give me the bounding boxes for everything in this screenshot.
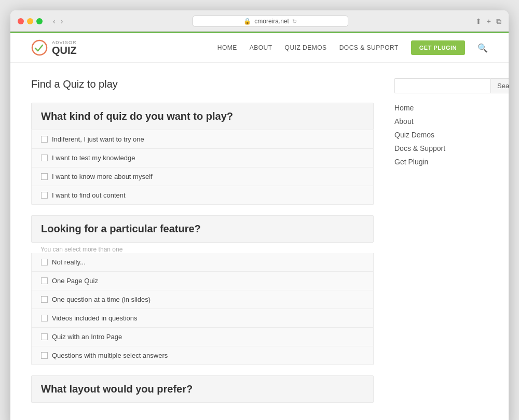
option-row[interactable]: Questions with multiple select answers xyxy=(31,346,374,365)
option-row[interactable]: Videos included in questions xyxy=(31,309,374,328)
logo-icon xyxy=(31,39,48,56)
checkbox-f2[interactable] xyxy=(41,277,48,284)
checkbox-f6[interactable] xyxy=(41,352,48,359)
back-button[interactable]: ‹ xyxy=(51,16,58,26)
sidebar-link-about[interactable]: About xyxy=(394,117,488,125)
quiz-section-feature: Looking for a particular feature? You ca… xyxy=(31,215,374,365)
checkbox-1[interactable] xyxy=(41,136,48,143)
quiz-section-layout: What layout would you prefer? xyxy=(31,375,374,403)
site-content: ADVISOR QUIZ HOME ABOUT QUIZ DEMOS DOCS … xyxy=(10,33,509,420)
url-bar-actions: ⬆ + ⧉ xyxy=(475,17,501,26)
sidebar-nav: Home About Quiz Demos Docs & Support Get… xyxy=(394,104,488,166)
checkbox-f5[interactable] xyxy=(41,333,48,340)
option-label-f1: Not really... xyxy=(52,258,86,266)
logo: ADVISOR QUIZ xyxy=(31,39,77,56)
page-title: Find a Quiz to play xyxy=(31,78,374,90)
browser-window: ‹ › 🔒 cmoreira.net ↻ ⬆ + ⧉ xyxy=(10,10,509,420)
browser-chrome: ‹ › 🔒 cmoreira.net ↻ ⬆ + ⧉ xyxy=(10,10,509,32)
option-label-f2: One Page Quiz xyxy=(52,277,98,285)
checkbox-4[interactable] xyxy=(41,192,48,199)
nav-quiz-demos[interactable]: QUIZ DEMOS xyxy=(285,44,327,51)
checkbox-f3[interactable] xyxy=(41,296,48,303)
option-row[interactable]: I want to find out content xyxy=(31,186,374,205)
option-row[interactable]: Indiferent, I just want to try one xyxy=(31,130,374,149)
nav-home[interactable]: HOME xyxy=(217,44,237,51)
option-label-2: I want to test my knowledge xyxy=(52,154,135,162)
checkbox-f1[interactable] xyxy=(41,259,48,265)
minimize-button[interactable] xyxy=(27,18,33,24)
browser-top-bar: ‹ › 🔒 cmoreira.net ↻ ⬆ + ⧉ xyxy=(18,16,501,31)
sidebar-link-home[interactable]: Home xyxy=(394,104,488,112)
quiz-section-type: What kind of quiz do you want to play? I… xyxy=(31,103,374,205)
site-nav: ADVISOR QUIZ HOME ABOUT QUIZ DEMOS DOCS … xyxy=(10,33,509,63)
traffic-lights xyxy=(18,18,43,24)
main-layout: Find a Quiz to play What kind of quiz do… xyxy=(10,63,509,420)
search-button[interactable]: Search xyxy=(490,78,509,93)
option-row[interactable]: I want to know more about myself xyxy=(31,167,374,186)
lock-icon: 🔒 xyxy=(243,18,251,25)
new-tab-button[interactable]: + xyxy=(487,17,491,25)
checkbox-2[interactable] xyxy=(41,155,48,161)
sidebar-search: Search xyxy=(394,78,488,93)
sidebar-link-docs-support[interactable]: Docs & Support xyxy=(394,144,488,152)
refresh-icon: ↻ xyxy=(292,18,297,25)
nav-about[interactable]: ABOUT xyxy=(250,44,272,51)
url-text: cmoreira.net xyxy=(254,18,289,25)
nav-links: HOME ABOUT QUIZ DEMOS DOCS & SUPPORT GET… xyxy=(217,40,488,55)
section-title-type: What kind of quiz do you want to play? xyxy=(41,110,233,122)
tabs-button[interactable]: ⧉ xyxy=(496,17,501,26)
option-label-f6: Questions with multiple select answers xyxy=(52,352,168,359)
section-header-layout: What layout would you prefer? xyxy=(31,375,374,403)
nav-docs-support[interactable]: DOCS & SUPPORT xyxy=(339,44,399,51)
section-header-feature: Looking for a particular feature? xyxy=(31,215,374,243)
option-label-3: I want to know more about myself xyxy=(52,173,153,180)
fullscreen-button[interactable] xyxy=(36,18,43,24)
option-row[interactable]: One question at a time (in slides) xyxy=(31,290,374,309)
window-btn-group: ‹ › xyxy=(51,16,65,26)
option-label-1: Indiferent, I just want to try one xyxy=(52,135,144,143)
main-content: Find a Quiz to play What kind of quiz do… xyxy=(31,78,374,413)
logo-text: ADVISOR QUIZ xyxy=(52,40,77,55)
section-subtitle-feature: You can select more than one xyxy=(31,243,374,253)
search-input[interactable] xyxy=(394,78,490,93)
section-title-layout: What layout would you prefer? xyxy=(41,383,193,395)
checkbox-3[interactable] xyxy=(41,173,48,180)
option-row[interactable]: One Page Quiz xyxy=(31,272,374,290)
option-label-f4: Videos included in questions xyxy=(52,314,138,322)
share-button[interactable]: ⬆ xyxy=(475,17,482,25)
sidebar: Search Home About Quiz Demos Docs & Supp… xyxy=(394,78,488,413)
option-row[interactable]: Quiz with an Intro Page xyxy=(31,328,374,346)
section-title-feature: Looking for a particular feature? xyxy=(41,223,201,234)
option-label-f3: One question at a time (in slides) xyxy=(52,296,151,303)
search-icon[interactable]: 🔍 xyxy=(477,43,488,53)
sidebar-link-quiz-demos[interactable]: Quiz Demos xyxy=(394,131,488,139)
option-label-f5: Quiz with an Intro Page xyxy=(52,333,122,341)
option-row[interactable]: Not really... xyxy=(31,253,374,272)
checkbox-f4[interactable] xyxy=(41,315,48,321)
section-header-type: What kind of quiz do you want to play? xyxy=(31,103,374,130)
url-bar-wrapper: 🔒 cmoreira.net ↻ xyxy=(70,16,470,27)
option-row[interactable]: I want to test my knowledge xyxy=(31,149,374,167)
svg-point-0 xyxy=(32,40,47,55)
close-button[interactable] xyxy=(18,18,24,24)
url-bar[interactable]: 🔒 cmoreira.net ↻ xyxy=(193,16,348,27)
forward-button[interactable]: › xyxy=(59,16,65,26)
option-label-4: I want to find out content xyxy=(52,191,126,199)
sidebar-link-get-plugin[interactable]: Get Plugin xyxy=(394,158,488,166)
logo-quiz: QUIZ xyxy=(52,45,77,55)
get-plugin-button[interactable]: GET PLUGIN xyxy=(411,40,465,55)
